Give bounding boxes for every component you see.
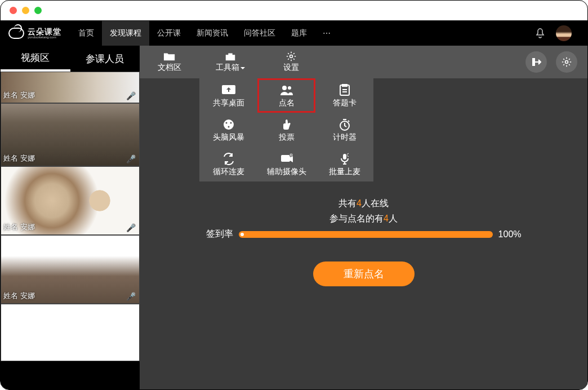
brand-title: 云朵课堂 [28, 28, 61, 36]
aux-camera-icon [279, 153, 294, 165]
toolbar-settings[interactable]: 设置 [261, 51, 321, 73]
mic-on-icon: 🎤 [126, 91, 136, 100]
brand-logo[interactable]: 云朵课堂 yunduoketang.com [1, 28, 70, 39]
video-thumb[interactable]: 姓名 安娜 🎤 [1, 72, 140, 103]
menu-label: 辅助摄像头 [267, 167, 306, 177]
menu-share-screen[interactable]: 共享桌面 [199, 78, 257, 113]
gear-icon [562, 57, 572, 67]
video-list: 姓名 安娜 🎤 姓名 安娜 🎤 姓名 安娜 🎤 姓名 安娜 🎤 [1, 72, 140, 390]
svg-point-3 [282, 86, 287, 90]
signin-rate-row: 签到率 100% [206, 228, 522, 240]
toolbar-doc[interactable]: 文档区 [140, 51, 199, 73]
main-area: 文档区 工具箱 设置 [140, 46, 587, 390]
menu-timer[interactable]: 计时器 [315, 113, 373, 147]
toolbar-toolbox[interactable]: 工具箱 [199, 51, 261, 73]
workspace: 视频区 参课人员 姓名 安娜 🎤 姓名 安娜 🎤 姓名 安娜 🎤 [1, 46, 587, 390]
video-thumb[interactable] [1, 304, 140, 361]
menu-label: 计时器 [333, 132, 357, 143]
nav-home[interactable]: 首页 [70, 21, 102, 46]
tab-attendees[interactable]: 参课人员 [70, 46, 140, 72]
settings-button[interactable] [556, 51, 577, 73]
online-line: 共有4人在线 [206, 198, 522, 210]
brainstorm-icon [221, 118, 236, 131]
nav-open-class[interactable]: 公开课 [149, 21, 189, 46]
mic-on-icon: 🎤 [126, 154, 136, 163]
sidebar-tabs: 视频区 参课人员 [1, 46, 140, 72]
share-screen-icon [221, 84, 236, 96]
menu-label: 循环连麦 [213, 167, 244, 177]
gear-icon [285, 51, 297, 61]
menu-label: 共享桌面 [213, 98, 244, 108]
exit-button[interactable] [525, 51, 547, 73]
nav-discover[interactable]: 发现课程 [102, 21, 149, 46]
left-sidebar: 视频区 参课人员 姓名 安娜 🎤 姓名 安娜 🎤 姓名 安娜 🎤 [1, 46, 140, 390]
toolbar-right [525, 51, 587, 73]
toolbox-menu: 共享桌面 点名 答题卡 头脑风暴 投票 [199, 78, 373, 181]
svg-point-6 [224, 119, 234, 130]
rate-label: 签到率 [206, 228, 233, 240]
progress-bar [239, 231, 493, 238]
cloud-icon [8, 28, 24, 39]
nav-more[interactable]: ⋯ [315, 21, 338, 46]
cycle-mic-icon [221, 153, 236, 165]
main-toolbar: 文档区 工具箱 设置 [140, 46, 587, 78]
svg-point-4 [288, 86, 291, 90]
toolbar-label: 设置 [283, 63, 299, 73]
toolbox-icon [224, 51, 237, 61]
toolbar-label: 工具箱 [216, 63, 239, 72]
video-thumb[interactable]: 姓名 安娜 🎤 [1, 235, 140, 304]
nav-news[interactable]: 新闻资讯 [189, 21, 236, 46]
window-minimize-dot[interactable] [22, 7, 29, 14]
svg-rect-11 [281, 155, 290, 162]
percent-text: 100% [498, 229, 522, 240]
folder-icon [163, 51, 176, 61]
video-thumb[interactable]: 姓名 安娜 🎤 [1, 166, 140, 235]
svg-point-0 [290, 55, 293, 58]
mic-on-icon: 🎤 [126, 223, 136, 232]
menu-vote[interactable]: 投票 [257, 113, 315, 147]
chevron-down-icon [240, 67, 245, 72]
toolbar-label: 文档区 [158, 63, 181, 73]
answer-card-icon [337, 84, 352, 96]
menu-label: 头脑风暴 [213, 132, 244, 143]
thumb-label: 姓名 安娜 [3, 291, 35, 301]
menu-label: 答题卡 [333, 98, 357, 108]
app-window: 云朵课堂 yunduoketang.com 首页 发现课程 公开课 新闻资讯 问… [0, 0, 588, 390]
menu-rollcall[interactable]: 点名 [257, 78, 315, 113]
rollcall-stats: 共有4人在线 参与点名的有4人 签到率 100% 重新点名 [206, 198, 522, 286]
batch-mic-icon [337, 153, 352, 165]
nav-bank[interactable]: 题库 [283, 21, 315, 46]
vote-icon [279, 118, 294, 131]
thumb-label: 姓名 安娜 [3, 90, 35, 100]
svg-point-1 [565, 61, 568, 64]
menu-label: 批量上麦 [329, 167, 360, 177]
menu-batch-mic[interactable]: 批量上麦 [315, 147, 373, 181]
thumb-label: 姓名 安娜 [3, 153, 35, 163]
redo-rollcall-button[interactable]: 重新点名 [313, 262, 415, 286]
mic-on-icon: 🎤 [126, 292, 136, 301]
bell-icon[interactable] [536, 28, 545, 38]
logout-icon [531, 57, 541, 67]
window-zoom-dot[interactable] [34, 7, 42, 14]
svg-rect-13 [343, 154, 346, 159]
menu-answer-card[interactable]: 答题卡 [315, 78, 373, 113]
window-close-dot[interactable] [10, 7, 17, 14]
menu-label: 点名 [279, 98, 295, 108]
tab-video[interactable]: 视频区 [1, 46, 70, 72]
nav-items: 首页 发现课程 公开课 新闻资讯 问答社区 题库 ⋯ [70, 21, 338, 46]
svg-point-7 [225, 122, 227, 124]
timer-icon [337, 118, 352, 131]
top-nav: 云朵课堂 yunduoketang.com 首页 发现课程 公开课 新闻资讯 问… [1, 21, 587, 46]
video-thumb[interactable]: 姓名 安娜 🎤 [1, 103, 140, 166]
menu-label: 投票 [279, 132, 295, 143]
nav-qa[interactable]: 问答社区 [236, 21, 283, 46]
joined-line: 参与点名的有4人 [206, 213, 522, 225]
svg-point-9 [228, 126, 229, 128]
rollcall-icon [279, 84, 294, 96]
svg-point-8 [230, 122, 231, 124]
menu-cycle-mic[interactable]: 循环连麦 [199, 147, 257, 181]
avatar[interactable] [556, 25, 572, 41]
menu-aux-camera[interactable]: 辅助摄像头 [257, 147, 315, 181]
nav-right [536, 25, 587, 41]
menu-brainstorm[interactable]: 头脑风暴 [199, 113, 257, 147]
